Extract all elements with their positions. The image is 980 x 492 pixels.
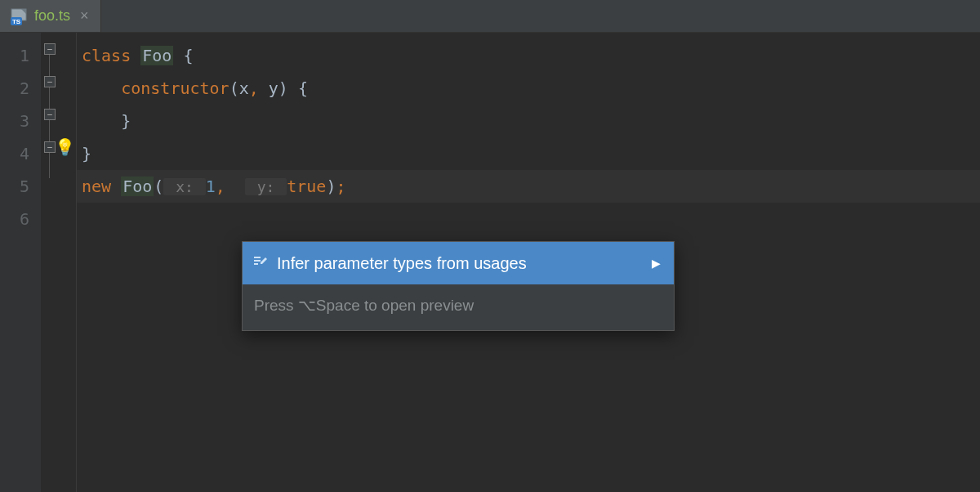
code-area[interactable]: class Foo { constructor(x, y) { } } new … (77, 33, 980, 492)
edit-icon (252, 247, 269, 280)
fold-gutter: 💡 (41, 33, 77, 492)
brace-open: { (173, 46, 193, 65)
keyword-class: class (82, 46, 131, 65)
inlay-hint-y: y: (245, 178, 287, 195)
indent (82, 111, 121, 131)
code-line[interactable] (77, 203, 980, 235)
line-number: 5 (0, 170, 29, 203)
fold-toggle-icon[interactable] (44, 43, 56, 55)
number-literal: 1 (206, 177, 216, 196)
paren-open: ( (229, 78, 239, 98)
line-number: 2 (0, 72, 29, 105)
intention-action-label: Infer parameter types from usages (277, 247, 527, 280)
paren-close: ) (326, 177, 336, 196)
line-number: 4 (0, 137, 29, 170)
paren-open: ( (154, 177, 163, 196)
editor[interactable]: 1 2 3 4 5 6 💡 class Foo { constructor(x,… (0, 33, 980, 492)
line-number: 3 (0, 105, 29, 137)
ts-file-icon: TS (10, 7, 28, 25)
brace-close: } (82, 144, 91, 163)
inlay-hint-x: x: (163, 178, 205, 195)
keyword-new: new (82, 177, 111, 196)
indent (82, 78, 121, 98)
keyword-constructor: constructor (121, 78, 229, 98)
close-icon[interactable]: × (80, 7, 89, 25)
intention-action-infer-types[interactable]: Infer parameter types from usages ▶ (243, 242, 674, 284)
code-line[interactable]: } (77, 137, 980, 170)
tab-filename: foo.ts (34, 7, 70, 25)
fold-toggle-icon[interactable] (44, 109, 56, 120)
fold-toggle-icon[interactable] (44, 141, 56, 153)
chevron-right-icon: ▶ (652, 247, 661, 280)
brace-close: } (121, 111, 131, 131)
comma: , (216, 177, 235, 196)
space (111, 177, 121, 196)
comma: , (249, 78, 269, 98)
fold-toggle-icon[interactable] (44, 76, 56, 87)
semicolon: ; (336, 177, 345, 196)
svg-text:TS: TS (12, 18, 21, 25)
line-number: 1 (0, 39, 29, 72)
intention-bulb-icon[interactable]: 💡 (55, 137, 75, 157)
intention-popup: Infer parameter types from usages ▶ Pres… (242, 241, 675, 331)
line-number: 6 (0, 203, 29, 235)
code-line[interactable]: class Foo { (77, 39, 980, 72)
tab-bar: TS foo.ts × (0, 0, 980, 33)
boolean-literal: true (287, 177, 326, 196)
tab-foo-ts[interactable]: TS foo.ts × (0, 0, 101, 32)
line-number-gutter: 1 2 3 4 5 6 (0, 33, 41, 492)
param-x: x (239, 78, 249, 98)
paren-close: ) (278, 78, 288, 98)
brace-open: { (288, 78, 308, 98)
param-y: y (269, 78, 278, 98)
class-name: Foo (140, 46, 173, 65)
code-line-current[interactable]: new Foo( x: 1, y: true); (77, 170, 980, 203)
code-line[interactable]: } (77, 105, 980, 137)
class-ref: Foo (121, 177, 154, 196)
intention-footer-hint: Press ⌥Space to open preview (243, 284, 674, 330)
code-line[interactable]: constructor(x, y) { (77, 72, 980, 105)
